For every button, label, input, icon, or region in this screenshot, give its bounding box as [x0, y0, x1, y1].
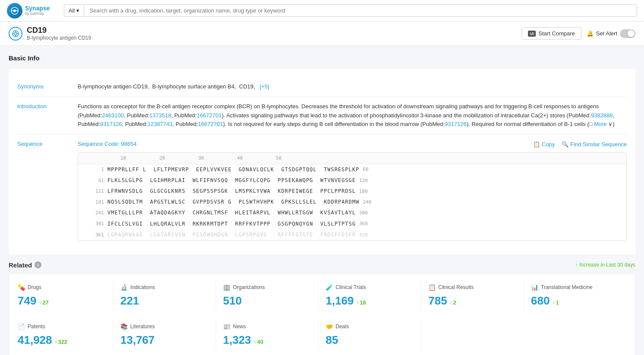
- pubmed-link-1[interactable]: 2463100: [102, 112, 124, 119]
- seq-data-3: LFRWNVSDLG GLGCGLKNRS SEGPSSPSGK LMSPKLY…: [107, 187, 356, 195]
- find-similar-label: Find Similar Sequence: [570, 141, 627, 148]
- ruler-10: 10: [104, 154, 143, 162]
- literatures-icon: 📚: [120, 323, 128, 330]
- patents-count: 41,928 ↑ 322: [18, 333, 106, 347]
- indications-number: 221: [120, 294, 139, 308]
- patents-increase-val: 322: [58, 339, 68, 345]
- related-clinical-trials[interactable]: 🧪 Clinical Trials 1,169 ↑ 18: [319, 280, 421, 311]
- sequence-code: Sequence Code: 98654: [78, 140, 137, 149]
- related-deals[interactable]: 🤝 Deals 85: [319, 320, 421, 350]
- news-text: News: [233, 324, 246, 330]
- organizations-number: 510: [223, 294, 242, 308]
- copy-label: Copy: [542, 141, 555, 148]
- start-compare-button[interactable]: UI Start Compare: [521, 27, 581, 40]
- search-type-label: All: [69, 7, 75, 14]
- seq-data-6: IFCLCSLVGI LHLQRALVLR RKRKRMTDPT RRFFKVT…: [107, 220, 356, 228]
- translational-label: 📊 Translational Medicine: [531, 284, 619, 291]
- find-similar-button[interactable]: 🔍 Find Similar Sequence: [562, 141, 627, 148]
- ruler-20: 20: [143, 154, 182, 162]
- related-indications[interactable]: 🔬 Indications 221: [113, 280, 216, 311]
- title-left: CD19 B-lymphocyte antigen CD19: [9, 26, 91, 41]
- news-label: 📰 News: [223, 323, 311, 330]
- results-increase-val: 2: [453, 299, 456, 306]
- related-grid: 💊 Drugs 749 ↑ 27 🔬 Indications: [9, 273, 635, 355]
- pubmed-link-3[interactable]: 16672701: [197, 112, 222, 119]
- seq-row-6: 301 IFCLCSLVGI LHLQRALVLR RKRKRMTDPT RRF…: [78, 219, 626, 229]
- organizations-label: 🏢 Organizations: [223, 284, 311, 291]
- svg-point-5: [14, 32, 17, 35]
- search-type-select[interactable]: All ▾: [64, 4, 84, 17]
- related-row-1: 💊 Drugs 749 ↑ 27 🔬 Indications: [18, 280, 626, 311]
- patents-icon: 📄: [18, 323, 25, 330]
- related-literatures[interactable]: 📚 Literatures 13,767: [113, 320, 216, 350]
- news-number: 1,323: [223, 333, 251, 347]
- related-translational-medicine[interactable]: 📊 Translational Medicine 680 ↑ 1: [524, 280, 626, 311]
- organizations-icon: 🏢: [223, 284, 230, 291]
- copy-icon: 📋: [533, 141, 540, 148]
- clinical-trials-increase: ↑ 18: [356, 299, 366, 306]
- related-organizations[interactable]: 🏢 Organizations 510: [216, 280, 319, 311]
- news-increase: ↑ 40: [254, 339, 263, 345]
- more-link[interactable]: More: [594, 121, 607, 127]
- translational-increase-val: 1: [556, 299, 559, 306]
- navbar: Synapse by patsnap All ▾: [0, 0, 644, 22]
- pubmed-link-8[interactable]: 9317126: [445, 121, 467, 127]
- seq-num-5: 241: [82, 209, 104, 217]
- drugs-increase: ↑ 27: [39, 299, 48, 306]
- seq-data-2: FLKLSLGLPG LGIHMRPLAI WLFIFNVSQQ MGGFYLC…: [107, 176, 356, 185]
- seq-row-7: 361 LGRAQRWAAG LGGTARSVGN PSSDWQHDGN LGP…: [78, 229, 626, 240]
- seq-data-7: LGRAQRWAAG LGGTARSVGN PSSDWQHDGN LGPSRPG…: [107, 231, 356, 239]
- related-news[interactable]: 📰 News 1,323 ↑ 40: [216, 320, 319, 350]
- seq-end-4: 240: [363, 198, 371, 206]
- logo-subtitle: by patsnap: [25, 12, 50, 16]
- pubmed-link-4[interactable]: 9382888: [591, 112, 613, 119]
- translational-increase: ↑ 1: [552, 299, 559, 306]
- related-patents[interactable]: 📄 Patents 41,928 ↑ 322: [18, 320, 113, 350]
- pubmed-link-6[interactable]: 12387743: [148, 121, 173, 127]
- seq-num-4: 181: [82, 198, 104, 206]
- clinical-results-number: 785: [428, 294, 447, 308]
- organizations-count: 510: [223, 294, 311, 308]
- set-alert-area: 🔔 Set Alert: [587, 29, 635, 38]
- synonyms-more[interactable]: [+5]: [260, 83, 269, 90]
- copy-button[interactable]: 📋 Copy: [533, 141, 555, 148]
- seq-row-1: 1 MPPPRLLFF L LFLTPMEVRP EEPLVVKVEE GDNA…: [78, 164, 626, 175]
- sequence-ruler: 10 20 30 40 50: [78, 153, 626, 164]
- literatures-count: 13,767: [120, 333, 209, 347]
- seq-end-5: 300: [359, 209, 368, 217]
- results-arrow: ↑: [449, 300, 452, 306]
- target-subtitle: B-lymphocyte antigen CD19: [27, 35, 91, 41]
- sequence-box: 10 20 30 40 50 1 MPPPRLLFF L LFLTPMEVRP …: [78, 152, 627, 241]
- sequence-row: Sequence Sequence Code: 98654 📋 Copy 🔍 F…: [17, 135, 627, 246]
- related-row-2: 📄 Patents 41,928 ↑ 322 📚 Literatu: [18, 320, 626, 350]
- literatures-text: Literatures: [130, 324, 155, 330]
- synonyms-row: Synonyms B-lymphocyte antigen CD19, B-ly…: [17, 77, 627, 97]
- search-input[interactable]: [84, 4, 637, 17]
- sequence-scroll[interactable]: 1 MPPPRLLFF L LFLTPMEVRP EEPLVVKVEE GDNA…: [78, 164, 626, 240]
- seq-num-3: 121: [82, 188, 104, 195]
- related-clinical-results[interactable]: 📋 Clinical Results 785 ↑ 2: [421, 280, 524, 311]
- bell-icon: 🔔: [587, 30, 594, 37]
- seq-num-2: 61: [82, 177, 104, 185]
- related-title: Related i: [9, 261, 41, 269]
- indications-label: 🔬 Indications: [120, 284, 209, 291]
- seq-end-3: 180: [359, 188, 368, 195]
- alert-toggle[interactable]: [620, 29, 635, 38]
- clinical-results-text: Clinical Results: [438, 284, 474, 290]
- seq-num-7: 361: [82, 231, 104, 239]
- pubmed-link-2[interactable]: 1373518: [149, 112, 171, 119]
- search-area: All ▾: [64, 4, 637, 17]
- seq-num-1: 1: [82, 166, 104, 173]
- drugs-number: 749: [18, 294, 36, 308]
- introduction-row: Introduction Functions as coreceptor for…: [17, 97, 627, 135]
- pubmed-link-7[interactable]: 16672701: [198, 121, 223, 127]
- seq-end-6: 360: [359, 220, 368, 228]
- indications-text: Indications: [130, 284, 155, 290]
- basic-info-section: Basic Info Synonyms B-lymphocyte antigen…: [9, 54, 635, 254]
- seq-row-2: 61 FLKLSLGLPG LGIHMRPLAI WLFIFNVSQQ MGGF…: [78, 175, 626, 186]
- pubmed-link-5[interactable]: 9317126: [100, 121, 122, 127]
- ruler-30: 30: [182, 154, 220, 162]
- seq-row-4: 181 NQSLSQDLTM APGSTLWLSC GVPPDSVSR G PL…: [78, 197, 626, 207]
- sequence-value: Sequence Code: 98654 📋 Copy 🔍 Find Simil…: [78, 140, 627, 241]
- related-drugs[interactable]: 💊 Drugs 749 ↑ 27: [18, 280, 113, 311]
